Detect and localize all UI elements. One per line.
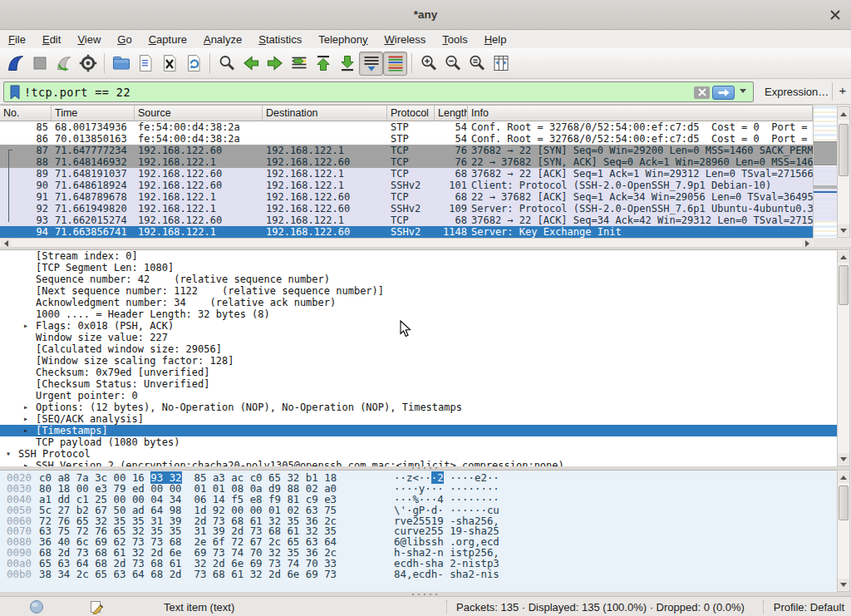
detail-row-5[interactable]: 1000 .... = Header Length: 32 bytes (8) [0,308,837,320]
filter-bookmark-icon[interactable] [8,84,22,104]
find-packet-button[interactable] [214,52,239,76]
detail-row-13[interactable]: ▸Options: (12 bytes), No-Operation (NOP)… [0,402,837,413]
detail-row-9[interactable]: [Window size scaling factor: 128] [0,355,837,367]
packet-list-hscrollbar[interactable] [0,238,813,247]
scroll-thumb[interactable] [839,124,849,176]
expand-icon[interactable]: ▸ [23,425,28,436]
detail-row-0[interactable]: [Stream index: 0] [0,250,837,262]
scroll-thumb[interactable] [839,265,849,305]
open-file-button[interactable] [109,52,133,76]
menu-telephony[interactable]: Telephony [310,31,376,48]
detail-row-12[interactable]: Urgent pointer: 0 [0,390,837,402]
start-capture-button[interactable] [3,52,27,76]
packet-row-90[interactable]: 9071.648618924192.168.122.60192.168.122.… [0,180,813,191]
menu-help[interactable]: Help [476,31,515,48]
auto-scroll-toggle[interactable] [359,52,383,76]
detail-row-16[interactable]: TCP payload (1080 bytes) [0,436,837,448]
scroll-down-button[interactable] [838,453,849,465]
expand-icon[interactable]: ▸ [23,460,28,466]
zoom-in-button[interactable] [416,52,440,76]
scroll-left-button[interactable] [1,239,11,247]
colorize-toggle[interactable] [383,52,407,76]
restart-capture-button[interactable] [52,52,76,76]
save-file-button[interactable] [133,52,157,76]
bytes-scrollbar[interactable] [837,470,850,592]
packet-list-scrollbar[interactable] [837,106,850,238]
resize-columns-button[interactable] [489,52,513,76]
packet-row-88[interactable]: 8871.648146932192.168.122.1192.168.122.6… [0,156,813,168]
menu-edit[interactable]: Edit [34,31,69,48]
filter-apply-button[interactable] [712,86,735,100]
go-first-button[interactable] [311,52,335,76]
go-back-button[interactable] [239,52,263,76]
packet-row-91[interactable]: 9171.648789678192.168.122.1192.168.122.6… [0,191,813,203]
column-header-time[interactable]: Time [52,106,135,121]
column-header-no[interactable]: No. [0,106,52,121]
detail-row-17[interactable]: ▾SSH Protocol [0,448,837,460]
go-to-packet-button[interactable] [287,52,311,76]
filter-dropdown-caret[interactable] [740,89,746,93]
expand-icon[interactable]: ▸ [23,320,28,332]
detail-row-11[interactable]: [Checksum Status: Unverified] [0,378,837,390]
scroll-down-button[interactable] [838,579,849,590]
hex-row-00b0[interactable]: 00b038 34 2c 65 63 64 68 2d 73 68 61 32 … [0,569,837,580]
scroll-down-button[interactable] [838,224,849,236]
menu-wireless[interactable]: Wireless [376,31,435,48]
zoom-out-button[interactable] [440,52,465,76]
detail-row-15[interactable]: ▸[Timestamps] [0,425,837,436]
expression-button[interactable]: Expression… [765,86,829,98]
column-header-info[interactable]: Info [468,106,813,121]
collapse-icon[interactable]: ▾ [6,448,11,460]
stop-capture-button[interactable] [27,52,52,76]
go-last-button[interactable] [335,52,359,76]
menu-view[interactable]: View [69,31,109,48]
detail-row-2[interactable]: Sequence number: 42 (relative sequence n… [0,274,837,285]
menu-analyze[interactable]: Analyze [195,31,250,48]
detail-row-6[interactable]: ▸Flags: 0x018 (PSH, ACK) [0,320,837,332]
filter-clear-button[interactable] [694,86,710,99]
scroll-right-button[interactable] [802,239,812,247]
column-header-length[interactable]: Length [435,106,468,121]
column-header-destination[interactable]: Destination [263,106,387,121]
profile-text[interactable]: Profile: Default [774,601,844,614]
menu-file[interactable]: File [0,31,34,48]
detail-row-14[interactable]: ▸[SEQ/ACK analysis] [0,413,837,425]
scroll-thumb[interactable] [839,485,849,520]
expand-icon[interactable]: ▸ [23,413,28,425]
zoom-original-button[interactable] [465,52,489,76]
packet-minimap[interactable] [813,106,837,238]
expert-info-button[interactable] [29,599,44,616]
scroll-up-button[interactable] [838,471,849,483]
menu-capture[interactable]: Capture [140,31,195,48]
detail-row-10[interactable]: Checksum: 0x79ed [unverified] [0,367,837,378]
menu-go[interactable]: Go [109,31,140,48]
packet-row-85[interactable]: 8568.001734936fe:54:00:d4:38:2aSTP54Conf… [0,121,813,133]
capture-comment-button[interactable] [90,600,104,616]
details-scrollbar[interactable] [837,249,850,466]
detail-row-8[interactable]: [Calculated window size: 29056] [0,343,837,355]
detail-row-3[interactable]: [Next sequence number: 1122 (relative se… [0,285,837,297]
add-filter-button[interactable]: + [837,83,849,100]
packet-row-87[interactable]: 8771.647777234192.168.122.60192.168.122.… [0,145,813,156]
menu-statistics[interactable]: Statistics [250,31,310,48]
packet-row-89[interactable]: 8971.648191037192.168.122.60192.168.122.… [0,168,813,180]
detail-row-4[interactable]: Acknowledgment number: 34 (relative ack … [0,297,837,308]
packet-row-94[interactable]: 9471.663856741192.168.122.1192.168.122.6… [0,226,813,238]
scroll-up-button[interactable] [838,251,849,263]
column-header-source[interactable]: Source [135,106,263,121]
go-forward-button[interactable] [263,52,287,76]
packet-row-92[interactable]: 9271.661949820192.168.122.1192.168.122.6… [0,203,813,214]
packet-row-86[interactable]: 8670.013850163fe:54:00:d4:38:2aSTP54Conf… [0,133,813,145]
scroll-up-button[interactable] [838,108,849,120]
detail-row-18[interactable]: ▸SSH Version 2 (encryption:chacha20-poly… [0,460,837,466]
close-file-button[interactable] [157,52,181,76]
packet-row-93[interactable]: 9371.662015274192.168.122.60192.168.122.… [0,214,813,226]
detail-row-7[interactable]: Window size value: 227 [0,332,837,343]
close-window-button[interactable] [828,7,843,22]
expand-icon[interactable]: ▸ [23,402,28,413]
display-filter-input[interactable]: !tcp.port == 22 [3,81,754,102]
capture-options-button[interactable] [76,52,100,76]
detail-row-1[interactable]: [TCP Segment Len: 1080] [0,262,837,274]
column-header-protocol[interactable]: Protocol [387,106,435,121]
reload-file-button[interactable] [181,52,205,76]
